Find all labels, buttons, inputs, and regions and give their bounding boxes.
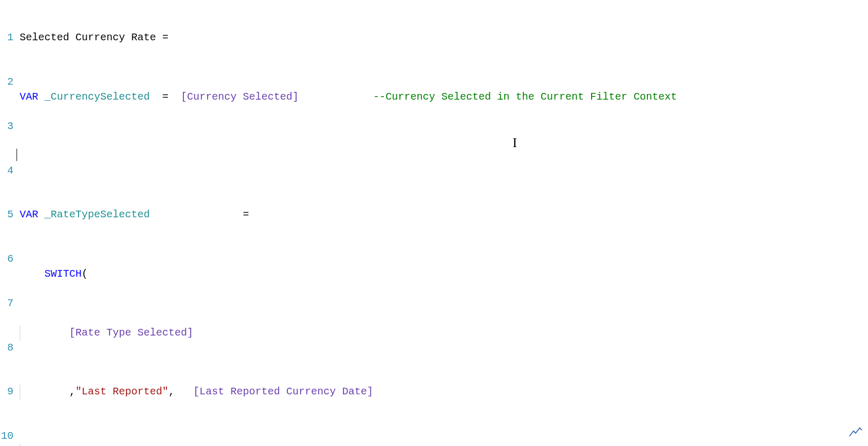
variable-name: _RateTypeSelected bbox=[38, 209, 150, 220]
line-number: 10 bbox=[1, 429, 13, 444]
line-number: 3 bbox=[1, 119, 13, 134]
line-number: 5 bbox=[1, 208, 13, 222]
measure-ref: [Currency Selected] bbox=[181, 91, 299, 103]
code-line: [Rate Type Selected] bbox=[20, 326, 868, 341]
keyword-var: VAR bbox=[20, 91, 38, 103]
line-number: 1 bbox=[1, 30, 13, 45]
measure-ref: [Rate Type Selected] bbox=[69, 327, 193, 339]
code-line: Selected Currency Rate = bbox=[20, 30, 868, 45]
dax-editor[interactable]: 1 2 3 4 5 6 7 8 9 10 11 12 13 14 15 16 1… bbox=[0, 0, 868, 446]
mouse-cursor-ibeam-icon: I bbox=[513, 136, 517, 151]
line-number: 4 bbox=[1, 164, 13, 179]
code-line: ,"Last Reported", [Last Reported Currenc… bbox=[20, 385, 868, 400]
code-line: SWITCH( bbox=[20, 267, 868, 282]
watermark-icon bbox=[848, 427, 863, 443]
code-line bbox=[20, 149, 868, 164]
measure-name: Selected Currency Rate = bbox=[20, 31, 168, 43]
variable-name: _CurrencySelected bbox=[38, 91, 150, 103]
comment: --Currency Selected in the Current Filte… bbox=[373, 91, 677, 103]
line-number: 7 bbox=[1, 296, 13, 311]
line-number: 8 bbox=[1, 341, 13, 356]
line-number: 9 bbox=[1, 385, 13, 400]
measure-ref: [Last Reported Currency Date] bbox=[193, 386, 373, 397]
line-number-gutter: 1 2 3 4 5 6 7 8 9 10 11 12 13 14 15 16 1… bbox=[0, 0, 17, 446]
code-line: VAR _RateTypeSelected = bbox=[20, 208, 868, 222]
code-line: VAR _CurrencySelected = [Currency Select… bbox=[20, 90, 868, 105]
text-caret bbox=[17, 149, 17, 161]
function-switch: SWITCH bbox=[44, 268, 82, 280]
keyword-var: VAR bbox=[20, 209, 38, 220]
string-literal: "Last Reported" bbox=[75, 386, 168, 397]
code-line: ,"Start of Month", [Start of Month Date] bbox=[20, 444, 868, 446]
code-area[interactable]: Selected Currency Rate = VAR _CurrencySe… bbox=[17, 0, 868, 446]
line-number: 2 bbox=[1, 75, 13, 90]
line-number: 6 bbox=[1, 252, 13, 267]
